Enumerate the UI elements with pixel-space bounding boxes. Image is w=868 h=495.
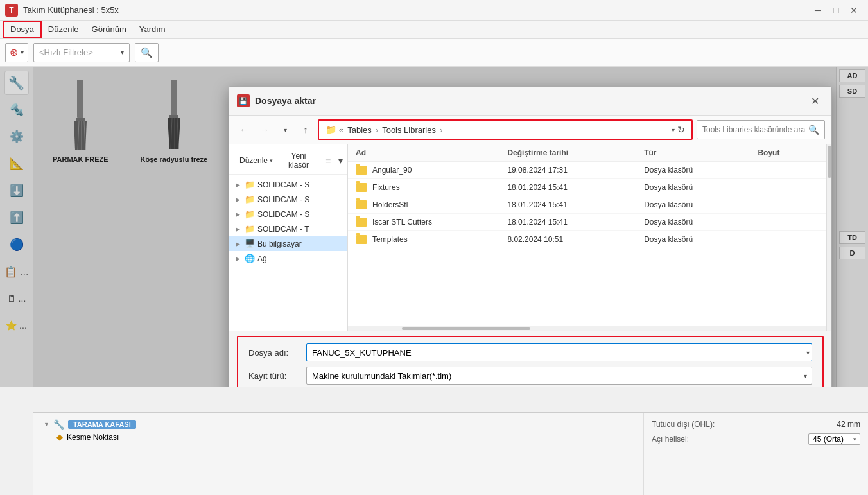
dialog-file-rows: Angular_90 19.08.2024 17:31 Dosya klasör…: [348, 162, 826, 326]
filter-arrow: ▾: [121, 49, 124, 56]
prop-select-wrapper: 45 (Orta) ▾: [808, 433, 860, 445]
file-date-angular: 19.08.2024 17:31: [507, 166, 644, 175]
tree-child-node[interactable]: ◆ Kesme Noktası: [54, 431, 636, 443]
edit-dropdown-button[interactable]: Düzenle ▾: [234, 154, 278, 167]
quick-filter-select[interactable]: <Hızlı Filtrele> ▾: [33, 43, 130, 62]
filename-input[interactable]: [306, 343, 812, 361]
filename-dropdown-arrow[interactable]: ▾: [806, 349, 810, 356]
tree-label-5: Bu bilgisayar: [257, 239, 302, 248]
filter-button[interactable]: ⊛ ▾: [5, 43, 28, 62]
menu-bar: Dosya Düzenle Görünüm Yardım: [0, 21, 868, 39]
search-icon: 🔍: [141, 47, 153, 58]
tree-item-solidcam2[interactable]: ▶ 📁 SOLIDCAM - S: [229, 192, 347, 207]
minimize-btn[interactable]: ─: [809, 1, 827, 19]
file-type-templates: Dosya klasörü: [644, 235, 758, 244]
folder-icon-templates: [356, 235, 367, 244]
tree-root-node[interactable]: ▼ 🔧 TARAMA KAFASI: [41, 418, 636, 431]
tree-computer-icon: 🖥️: [245, 239, 255, 248]
nav-up-button[interactable]: ↑: [297, 121, 314, 138]
breadcrumb-bar[interactable]: 📁 « Tables › Tools Libraries › ▾ ↻: [318, 119, 693, 140]
menu-item-duzenle[interactable]: Düzenle: [42, 22, 85, 37]
tree-label-4: SOLIDCAM - T: [257, 225, 309, 234]
dialog-form-section: Dosya adı: ▾ Kayıt türü: Makine kurulumu…: [237, 336, 824, 387]
new-folder-label: Yeni klasör: [288, 152, 309, 169]
main-toolbar: ⊛ ▾ <Hızlı Filtrele> ▾ 🔍: [0, 39, 868, 67]
app-title: Takım Kütüphanesi : 5x5x: [23, 5, 119, 15]
close-btn[interactable]: ✕: [845, 1, 863, 19]
dialog-scrollbar[interactable]: [826, 144, 831, 331]
file-list-scrollbar-h[interactable]: [348, 326, 826, 331]
file-row-fixtures[interactable]: Fixtures 18.01.2024 15:41 Dosya klasörü: [348, 179, 826, 196]
tree-network-icon: 🌐: [245, 254, 255, 263]
file-row-holdersstl[interactable]: HoldersStl 18.01.2024 15:41 Dosya klasör…: [348, 196, 826, 214]
bottom-panel: ▼ 🔧 TARAMA KAFASI ◆ Kesme Noktası Tutucu…: [33, 412, 868, 495]
root-expand-arrow: ▼: [44, 421, 49, 428]
folder-icon-iscar: [356, 218, 367, 227]
dialog-file-list: Ad Değiştirme tarihi Tür Boyut: [348, 144, 826, 331]
nav-dropdown-button[interactable]: ▾: [277, 121, 293, 138]
tree-arrow-3: ▶: [236, 211, 242, 218]
menu-item-dosya[interactable]: Dosya: [3, 21, 42, 38]
root-machine-icon: 🔧: [53, 419, 64, 430]
filetype-select[interactable]: Makine kurulumundaki Takımlar(*.tlm): [306, 367, 812, 385]
menu-item-gorulum[interactable]: Görünüm: [85, 22, 133, 37]
menu-item-yardim[interactable]: Yardım: [133, 22, 172, 37]
col-header-size[interactable]: Boyut: [758, 148, 819, 157]
dialog-overlay: 💾 Dosyaya aktar ✕ ← → ▾ ↑ 📁 « Tables › T…: [0, 67, 868, 387]
main-area: 🔧 🔩 ⚙️ 📐 ⬇️ ⬆️ 🔵 📋 ... 🗒 ... ⭐ ...: [0, 67, 868, 387]
tree-folder-icon-4: 📁: [245, 224, 255, 234]
tree-arrow-4: ▶: [236, 226, 242, 232]
col-header-name[interactable]: Ad: [356, 148, 507, 157]
prop-row-1: Tutucu dışı (OHL): 42 mm: [652, 418, 860, 431]
tree-arrow-1: ▶: [236, 182, 242, 188]
tree-item-solidcam1[interactable]: ▶ 📁 SOLIDCAM - S: [229, 177, 347, 192]
file-type-holders: Dosya klasörü: [644, 200, 758, 209]
file-name-templates: Templates: [372, 235, 408, 244]
nav-forward-button[interactable]: →: [256, 121, 273, 138]
tree-arrow-6: ▶: [236, 256, 242, 262]
tree-arrow-2: ▶: [236, 196, 242, 203]
breadcrumb-refresh-btn[interactable]: ↻: [677, 125, 685, 135]
edit-arrow: ▾: [270, 157, 273, 164]
prop-value-2-select[interactable]: 45 (Orta): [808, 433, 860, 445]
file-date-iscar: 18.01.2024 15:41: [507, 218, 644, 227]
file-row-angular[interactable]: Angular_90 19.08.2024 17:31 Dosya klasör…: [348, 162, 826, 179]
dialog-close-button[interactable]: ✕: [806, 92, 824, 110]
file-row-templates[interactable]: Templates 8.02.2024 10:51 Dosya klasörü: [348, 231, 826, 248]
filetype-row: Kayıt türü: Makine kurulumundaki Takımla…: [248, 367, 812, 385]
file-name-holders: HoldersStl: [372, 200, 408, 209]
col-header-date[interactable]: Değiştirme tarihi: [507, 148, 644, 157]
dialog-body: Düzenle ▾ Yeni klasör ≡ ▾ ? ▶: [229, 144, 831, 331]
bottom-tree-panel: ▼ 🔧 TARAMA KAFASI ◆ Kesme Noktası: [33, 413, 643, 495]
new-folder-button[interactable]: Yeni klasör: [283, 150, 314, 171]
tree-item-ag[interactable]: ▶ 🌐 Ağ: [229, 251, 347, 266]
breadcrumb-item-1: Tables: [347, 125, 372, 135]
file-name-fixtures: Fixtures: [372, 183, 400, 192]
col-header-type[interactable]: Tür: [644, 148, 758, 157]
view-more-button[interactable]: ▾: [337, 154, 344, 167]
tree-label-1: SOLIDCAM - S: [257, 180, 309, 189]
folder-icon-fixtures: [356, 183, 367, 192]
bottom-props-panel: Tutucu dışı (OHL): 42 mm Açı helisel: 45…: [643, 413, 868, 495]
maximize-btn[interactable]: □: [827, 1, 845, 19]
tree-arrow-5: ▶: [236, 241, 242, 247]
file-date-holders: 18.01.2024 15:41: [507, 200, 644, 209]
file-row-iscar[interactable]: Iscar STL Cutters 18.01.2024 15:41 Dosya…: [348, 214, 826, 231]
view-options-button[interactable]: ≡: [324, 154, 332, 167]
tree-item-solidcamt[interactable]: ▶ 📁 SOLIDCAM - T: [229, 221, 347, 236]
tree-item-solidcam3[interactable]: ▶ 📁 SOLIDCAM - S: [229, 207, 347, 221]
search-button[interactable]: 🔍: [135, 43, 159, 62]
file-name-angular: Angular_90: [372, 166, 412, 175]
dialog: 💾 Dosyaya aktar ✕ ← → ▾ ↑ 📁 « Tables › T…: [229, 86, 832, 387]
nav-back-button[interactable]: ←: [236, 121, 252, 138]
tree-item-bu-bilgisayar[interactable]: ▶ 🖥️ Bu bilgisayar: [229, 236, 347, 251]
file-type-iscar: Dosya klasörü: [644, 218, 758, 227]
search-box: 🔍: [697, 120, 825, 139]
search-input[interactable]: [702, 125, 806, 134]
breadcrumb-dropdown-btn[interactable]: ▾: [672, 126, 675, 134]
tree-label-2: SOLIDCAM - S: [257, 195, 309, 204]
edit-label: Düzenle: [239, 156, 268, 165]
tree-folder-icon-3: 📁: [245, 209, 255, 219]
breadcrumb-item-2: Tools Libraries: [382, 125, 436, 135]
app-icon: T: [5, 4, 18, 17]
